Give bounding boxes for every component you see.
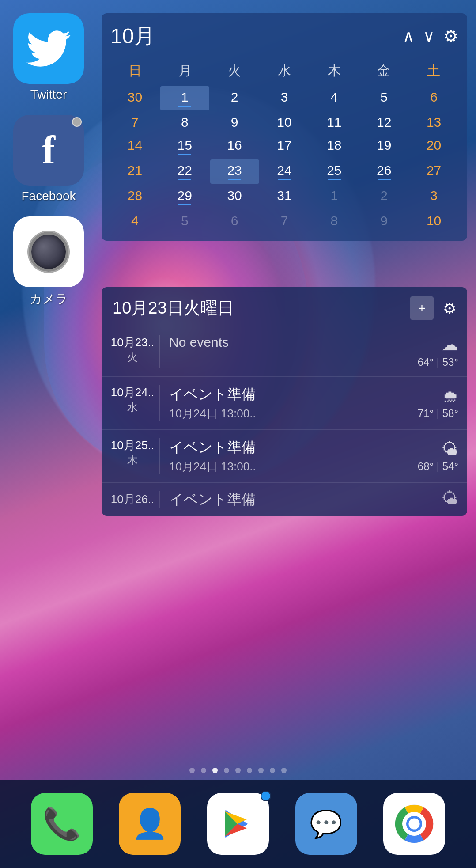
cal-day[interactable]: 22 [160, 159, 209, 184]
calendar-weekday-headers: 日 月 火 水 木 金 土 [110, 59, 458, 83]
event-weather: 🌧 71° | 58° [397, 385, 458, 421]
cal-day[interactable]: 20 [409, 134, 458, 159]
cal-day[interactable]: 26 [359, 159, 408, 184]
calendar-settings-button[interactable]: ⚙ [443, 27, 458, 46]
camera-app-item[interactable]: カメラ [13, 216, 84, 307]
twitter-app-item[interactable]: Twitter [13, 13, 84, 102]
cal-day[interactable]: 5 [359, 86, 408, 110]
cal-day[interactable]: 9 [210, 111, 259, 133]
cal-day[interactable]: 30 [210, 185, 259, 209]
page-dot-5[interactable] [235, 768, 241, 773]
cal-day[interactable]: 6 [210, 210, 259, 232]
calendar-up-button[interactable]: ∧ [403, 27, 414, 45]
weather-temp: 64° | 53° [418, 356, 458, 368]
calendar-nav: ∧ ∨ ⚙ [403, 27, 458, 46]
event-row-oct23[interactable]: 10月23.. 火 No events ☁ 64° | 53° [102, 327, 467, 377]
cal-day-selected[interactable]: 23 [210, 159, 259, 184]
page-dot-8[interactable] [270, 768, 275, 773]
cal-day[interactable]: 8 [310, 210, 359, 232]
cal-day[interactable]: 14 [110, 134, 159, 159]
dock-phone-button[interactable]: 📞 [31, 793, 93, 855]
camera-label: カメラ [30, 291, 68, 307]
cloud-icon: ☁ [442, 335, 458, 354]
cal-day[interactable]: 10 [260, 111, 309, 133]
cal-day[interactable]: 25 [310, 159, 359, 184]
cal-day[interactable]: 28 [110, 185, 159, 209]
weekday-wed: 水 [260, 59, 310, 83]
cal-day[interactable]: 3 [409, 185, 458, 209]
page-dot-1[interactable] [189, 768, 195, 773]
events-add-button[interactable]: + [410, 296, 434, 320]
event-date-num: 10月26.. [111, 492, 154, 507]
cal-day[interactable]: 4 [110, 210, 159, 232]
dock-chrome-button[interactable] [383, 793, 445, 855]
cal-day[interactable]: 19 [359, 134, 408, 159]
cal-day[interactable]: 11 [310, 111, 359, 133]
facebook-f-letter: f [42, 130, 55, 170]
cal-day[interactable]: 10 [409, 210, 458, 232]
event-date-col: 10月24.. 水 [110, 385, 159, 421]
dock-contacts-button[interactable]: 👤 [119, 793, 181, 855]
cal-day[interactable]: 13 [409, 111, 458, 133]
cal-day[interactable]: 29 [160, 185, 209, 209]
page-dot-2[interactable] [201, 768, 206, 773]
left-app-column: Twitter f Facebook カメラ [13, 13, 84, 307]
chrome-icon [394, 804, 434, 844]
events-settings-button[interactable]: ⚙ [443, 299, 456, 317]
twitter-icon[interactable] [13, 13, 84, 84]
event-time: 10月24日 13:00.. [169, 406, 397, 421]
event-row-oct25[interactable]: 10月25.. 木 イベント準備 10月24日 13:00.. 🌤 68° | … [102, 430, 467, 483]
facebook-icon[interactable]: f [13, 115, 84, 186]
cal-day[interactable]: 7 [260, 210, 309, 232]
cal-day[interactable]: 2 [210, 86, 259, 110]
calendar-grid: 日 月 火 水 木 金 土 30 1 2 3 4 5 6 7 8 9 10 11… [110, 59, 458, 232]
event-separator [159, 438, 160, 474]
event-date-num: 10月25.. [111, 438, 154, 453]
cal-day[interactable]: 30 [110, 86, 159, 110]
cal-day[interactable]: 27 [409, 159, 458, 184]
cal-day[interactable]: 1 [310, 185, 359, 209]
events-header: 10月23日火曜日 + ⚙ [102, 287, 467, 327]
event-title: イベント準備 [169, 385, 397, 404]
page-dot-6[interactable] [247, 768, 252, 773]
cal-day[interactable]: 1 [160, 86, 209, 110]
cal-day[interactable]: 6 [409, 86, 458, 110]
calendar-month: 10月 [110, 22, 155, 50]
event-weather: 🌤 68° | 54° [397, 438, 458, 474]
dock-messages-button[interactable]: 💬 [295, 793, 357, 855]
cal-day[interactable]: 16 [210, 134, 259, 159]
cal-day[interactable]: 3 [260, 86, 309, 110]
cal-day[interactable]: 9 [359, 210, 408, 232]
dock-play-button[interactable] [207, 793, 269, 855]
cal-day[interactable]: 8 [160, 111, 209, 133]
cal-day[interactable]: 2 [359, 185, 408, 209]
facebook-app-item[interactable]: f Facebook [13, 115, 84, 203]
cal-day[interactable]: 24 [260, 159, 309, 184]
cal-day[interactable]: 5 [160, 210, 209, 232]
rain-icon: 🌧 [442, 387, 458, 406]
event-row-oct26[interactable]: 10月26.. イベント準備 🌤 [102, 483, 467, 516]
event-separator [159, 335, 160, 368]
page-dot-7[interactable] [258, 768, 264, 773]
weekday-sun: 日 [110, 59, 160, 83]
event-row-oct24[interactable]: 10月24.. 水 イベント準備 10月24日 13:00.. 🌧 71° | … [102, 377, 467, 430]
bottom-dock: 📞 👤 💬 [0, 780, 476, 868]
cal-day[interactable]: 15 [160, 134, 209, 159]
cal-day[interactable]: 18 [310, 134, 359, 159]
events-widget: 10月23日火曜日 + ⚙ 10月23.. 火 No events ☁ 64° … [102, 287, 467, 516]
cal-day[interactable]: 31 [260, 185, 309, 209]
facebook-notification-dot [72, 117, 82, 127]
cal-day[interactable]: 7 [110, 111, 159, 133]
page-dot-3-active[interactable] [212, 768, 218, 773]
camera-icon[interactable] [13, 216, 84, 287]
page-dot-4[interactable] [224, 768, 229, 773]
cal-day[interactable]: 17 [260, 134, 309, 159]
cal-day[interactable]: 21 [110, 159, 159, 184]
messages-icon: 💬 [310, 808, 343, 840]
calendar-down-button[interactable]: ∨ [423, 27, 434, 45]
cal-day[interactable]: 12 [359, 111, 408, 133]
play-notification-dot [261, 791, 271, 801]
calendar-header: 10月 ∧ ∨ ⚙ [110, 22, 458, 50]
cal-day[interactable]: 4 [310, 86, 359, 110]
page-dot-9[interactable] [281, 768, 287, 773]
